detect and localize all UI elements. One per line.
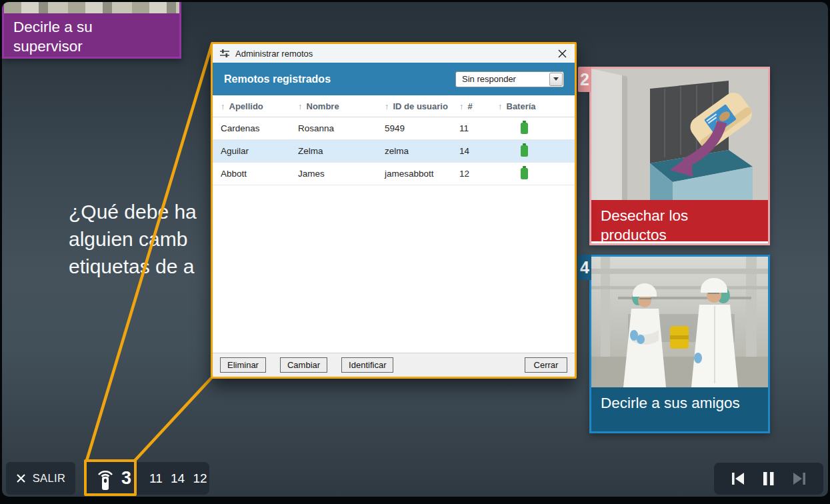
pause-icon[interactable]	[762, 471, 775, 487]
question-text: ¿Qué debe ha alguien camb etiquetas de a	[69, 198, 197, 280]
answer-caption: Desechar los productos	[591, 200, 768, 241]
column-header-apellido[interactable]: ↑ Apellido	[213, 101, 298, 111]
skip-previous-icon[interactable]	[730, 471, 746, 486]
table-empty-area	[213, 185, 575, 353]
app-window: ¿Qué debe ha alguien camb etiquetas de a…	[0, 0, 830, 504]
close-icon[interactable]	[556, 47, 568, 59]
trash-bin-illustration	[591, 69, 768, 200]
dialog-footer: Eliminar Cambiar Identificar Cerrar	[213, 353, 575, 377]
answer-number-badge: 2	[578, 67, 591, 92]
sort-asc-icon: ↑	[498, 101, 503, 111]
caption-line: supervisor	[13, 37, 170, 56]
filter-value: Sin responder	[456, 74, 516, 84]
column-header-num[interactable]: ↑ #	[459, 101, 498, 111]
sort-asc-icon: ↑	[221, 101, 225, 111]
table-header-row: ↑ Apellido ↑ Nombre ↑ ID de usuario ↑ # …	[213, 95, 575, 117]
question-line: etiquetas de a	[69, 253, 197, 280]
playback-controls	[714, 463, 823, 495]
question-line: ¿Qué debe ha	[69, 198, 197, 225]
callout-highlight-box	[84, 459, 137, 496]
cambiar-button[interactable]: Cambiar	[280, 357, 327, 373]
question-line: alguien camb	[69, 225, 197, 253]
caption-line: productos	[601, 225, 759, 245]
sort-asc-icon: ↑	[385, 101, 389, 111]
dialog-header: Remotos registrados Sin responder	[213, 63, 575, 95]
sort-asc-icon: ↑	[459, 101, 464, 111]
answer-card-4[interactable]: 4	[589, 255, 770, 433]
dialog-header-title: Remotos registrados	[224, 73, 331, 85]
battery-full-icon	[521, 168, 528, 179]
answer-card-3-partial[interactable]: Decirle a su supervisor	[2, 2, 181, 59]
x-icon	[16, 473, 26, 483]
answer-number-badge: 4	[578, 255, 591, 280]
dialog-titlebar[interactable]: Administrar remotos	[213, 44, 575, 63]
sort-asc-icon: ↑	[298, 101, 303, 111]
quiz-stage: ¿Qué debe ha alguien camb etiquetas de a…	[2, 2, 828, 497]
eliminar-button[interactable]: Eliminar	[220, 357, 266, 373]
table-row[interactable]: Abbott James jamesabbott 12	[213, 163, 575, 185]
battery-full-icon	[521, 145, 528, 157]
manage-remotes-dialog: Administrar remotos Remotos registrados …	[211, 42, 577, 379]
battery-full-icon	[521, 123, 528, 134]
table-row[interactable]: Cardenas Rosanna 5949 11	[213, 117, 575, 140]
caption-line: Decirle a su	[13, 17, 170, 37]
answer-caption: Decirle a sus amigos	[591, 387, 768, 431]
caption-line: Desechar los	[601, 206, 759, 225]
chevron-down-icon[interactable]	[549, 73, 563, 86]
exit-label: SALIR	[33, 472, 66, 485]
column-header-id-usuario[interactable]: ↑ ID de usuario	[385, 101, 459, 111]
exit-button[interactable]: SALIR	[6, 462, 75, 495]
factory-workers-photo	[591, 257, 768, 387]
dialog-title: Administrar remotos	[235, 49, 313, 59]
skip-next-icon[interactable]	[791, 471, 807, 486]
column-header-nombre[interactable]: ↑ Nombre	[298, 101, 385, 111]
answer-card-2[interactable]: 2	[589, 67, 770, 245]
response-ids: 11 14 12	[149, 471, 207, 486]
answer-caption: Decirle a su supervisor	[4, 13, 179, 57]
caption-line: Decirle a sus amigos	[601, 393, 759, 413]
cerrar-button[interactable]: Cerrar	[525, 357, 567, 373]
table-row-selected[interactable]: Aguilar Zelma zelma 14	[213, 140, 575, 163]
sliders-icon	[219, 49, 230, 58]
column-header-bateria[interactable]: ↑ Batería	[498, 101, 575, 111]
filter-dropdown[interactable]: Sin responder	[455, 71, 564, 87]
identificar-button[interactable]: Identificar	[341, 357, 393, 373]
photo-sliver	[4, 2, 179, 13]
